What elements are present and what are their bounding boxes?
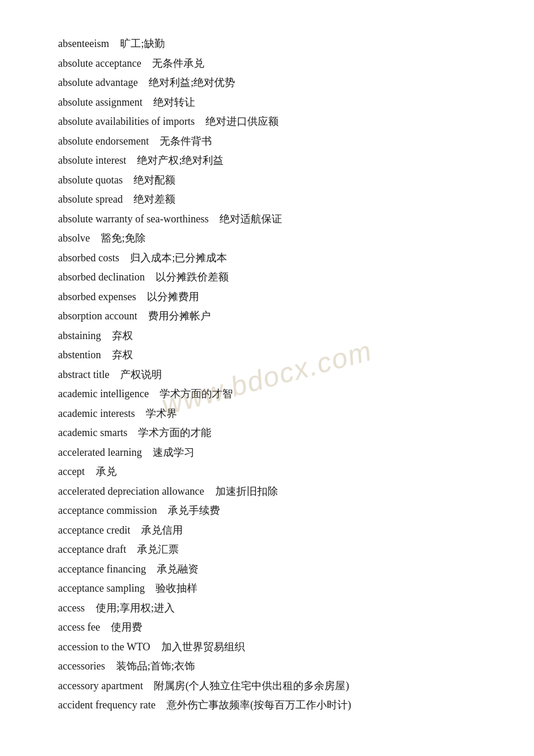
entry-chinese: 使用;享用权;进入: [91, 599, 175, 618]
list-item: acceptance credit 承兑信用: [58, 521, 488, 540]
list-item: academic smarts 学术方面的才能: [58, 424, 488, 442]
entry-english: absorbed expenses: [58, 288, 136, 307]
entry-chinese: 装饰品;首饰;衣饰: [111, 657, 195, 676]
list-item: accessory apartment 附属房(个人独立住宅中供出租的多余房屋): [58, 677, 488, 696]
entry-chinese: 加速折旧扣除: [210, 483, 278, 501]
entry-english: acceptance financing: [58, 560, 146, 579]
entry-english: absolute interest: [58, 152, 126, 170]
entry-english: absorption account: [58, 307, 137, 326]
entry-chinese: 弃权: [107, 327, 133, 345]
list-item: absorbed costs 归入成本;已分摊成本: [58, 249, 488, 268]
list-item: absorbed expenses 以分摊费用: [58, 288, 488, 307]
entry-chinese: 承兑汇票: [132, 541, 179, 559]
entry-english: accession to the WTO: [58, 638, 150, 657]
list-item: absorbed declination 以分摊跌价差额: [58, 268, 488, 287]
list-item: accept 承兑: [58, 463, 488, 481]
entry-english: academic interests: [58, 405, 135, 423]
entry-english: absolute advantage: [58, 74, 138, 92]
entry-chinese: 以分摊费用: [142, 288, 199, 307]
entry-chinese: 费用分摊帐户: [143, 307, 211, 326]
entry-chinese: 绝对差额: [128, 190, 175, 209]
entry-chinese: 学术界: [140, 405, 177, 423]
entry-english: acceptance draft: [58, 541, 126, 559]
entry-chinese: 承兑: [91, 463, 117, 481]
entry-chinese: 绝对配额: [128, 171, 175, 190]
entry-chinese: 旷工;缺勤: [115, 35, 165, 53]
entry-chinese: 承兑融资: [151, 560, 199, 579]
entry-chinese: 承兑手续费: [163, 502, 220, 520]
list-item: absolute warranty of sea-worthiness 绝对适航…: [58, 210, 488, 229]
list-item: acceptance financing 承兑融资: [58, 560, 488, 579]
entry-english: academic intelligence: [58, 385, 149, 404]
list-item: accelerated learning 速成学习: [58, 444, 488, 462]
entry-chinese: 验收抽样: [150, 579, 197, 598]
entry-chinese: 绝对转让: [148, 93, 195, 112]
entry-chinese: 附属房(个人独立住宅中供出租的多余房屋): [149, 677, 349, 696]
list-item: absolute quotas 绝对配额: [58, 171, 488, 190]
entry-chinese: 豁免;免除: [96, 229, 146, 248]
list-item: accelerated depreciation allowance 加速折旧扣…: [58, 483, 488, 501]
entry-english: absolve: [58, 229, 90, 248]
entry-english: absolute warranty of sea-worthiness: [58, 210, 208, 229]
list-item: absolute endorsement 无条件背书: [58, 132, 488, 151]
entry-chinese: 速成学习: [147, 444, 194, 462]
entry-chinese: 使用费: [106, 618, 142, 637]
entry-english: absenteeism: [58, 35, 109, 53]
entry-chinese: 意外伤亡事故频率(按每百万工作小时计): [161, 696, 351, 715]
list-item: absolute interest 绝对产权;绝对利益: [58, 152, 488, 170]
list-item: accident frequency rate 意外伤亡事故频率(按每百万工作小…: [58, 696, 488, 715]
entry-english: abstaining: [58, 327, 101, 345]
list-item: absenteeism 旷工;缺勤: [58, 35, 488, 53]
list-item: academic interests 学术界: [58, 405, 488, 423]
entry-english: accelerated depreciation allowance: [58, 483, 204, 501]
list-item: absolve 豁免;免除: [58, 229, 488, 248]
list-item: acceptance commission 承兑手续费: [58, 502, 488, 520]
entry-chinese: 加入世界贸易组织: [156, 638, 245, 657]
entry-english: acceptance commission: [58, 502, 157, 520]
list-item: absorption account 费用分摊帐户: [58, 307, 488, 326]
list-item: access 使用;享用权;进入: [58, 599, 488, 618]
list-item: acceptance draft 承兑汇票: [58, 541, 488, 559]
entry-english: academic smarts: [58, 424, 127, 442]
list-item: absolute advantage 绝对利益;绝对优势: [58, 74, 488, 92]
list-item: absolute spread 绝对差额: [58, 190, 488, 209]
entry-chinese: 学术方面的才能: [133, 424, 211, 442]
list-item: accessories 装饰品;首饰;衣饰: [58, 657, 488, 676]
entry-english: absorbed costs: [58, 249, 119, 268]
list-item: absolute availabilities of imports 绝对进口供…: [58, 113, 488, 131]
entry-chinese: 承兑信用: [136, 521, 183, 540]
list-item: academic intelligence 学术方面的才智: [58, 385, 488, 404]
list-item: absolute acceptance 无条件承兑: [58, 55, 488, 73]
entry-english: accident frequency rate: [58, 696, 156, 715]
entry-english: absolute acceptance: [58, 55, 141, 73]
entry-english: access fee: [58, 618, 100, 637]
entry-english: absolute assignment: [58, 93, 142, 112]
entry-chinese: 无条件承兑: [147, 55, 204, 73]
entry-english: absolute quotas: [58, 171, 122, 190]
list-item: acceptance sampling 验收抽样: [58, 579, 488, 598]
list-item: abstention 弃权: [58, 346, 488, 365]
entry-chinese: 学术方面的才智: [154, 385, 233, 404]
entry-english: absorbed declination: [58, 268, 145, 287]
entry-english: accept: [58, 463, 85, 481]
entry-chinese: 产权说明: [115, 366, 162, 384]
entry-chinese: 绝对产权;绝对利益: [132, 152, 223, 170]
entry-english: acceptance credit: [58, 521, 130, 540]
entry-english: abstract title: [58, 366, 109, 384]
entry-english: accessory apartment: [58, 677, 143, 696]
entry-english: absolute endorsement: [58, 132, 149, 151]
entry-english: absolute spread: [58, 190, 122, 209]
entry-english: acceptance sampling: [58, 579, 145, 598]
entry-chinese: 绝对适航保证: [214, 210, 282, 229]
list-item: accession to the WTO 加入世界贸易组织: [58, 638, 488, 657]
entry-chinese: 绝对进口供应额: [200, 113, 279, 131]
entry-english: abstention: [58, 346, 101, 365]
entry-chinese: 绝对利益;绝对优势: [143, 74, 235, 92]
entry-english: accelerated learning: [58, 444, 142, 462]
list-item: abstract title 产权说明: [58, 366, 488, 384]
entry-english: accessories: [58, 657, 105, 676]
list-item: absolute assignment 绝对转让: [58, 93, 488, 112]
entry-list: absenteeism 旷工;缺勤absolute acceptance 无条件…: [58, 35, 488, 715]
entry-chinese: 无条件背书: [154, 132, 212, 151]
list-item: access fee 使用费: [58, 618, 488, 637]
